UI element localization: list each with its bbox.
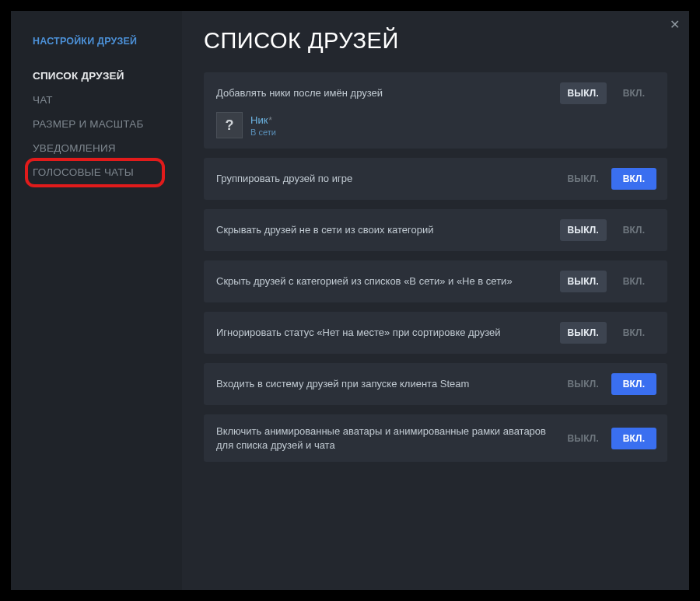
- setting-label: Входить в систему друзей при запуске кли…: [216, 377, 560, 391]
- setting-top-line: Добавлять ники после имён друзей ВЫКЛ. В…: [216, 82, 656, 104]
- nick-star: *: [268, 115, 272, 126]
- close-icon[interactable]: ✕: [670, 19, 680, 31]
- toggle-off-button[interactable]: ВЫКЛ.: [560, 219, 607, 241]
- sidebar: НАСТРОЙКИ ДРУЗЕЙ СПИСОК ДРУЗЕЙ ЧАТ РАЗМЕ…: [11, 11, 182, 590]
- toggle-off-button[interactable]: ВЫКЛ.: [560, 373, 607, 395]
- page-title: СПИСОК ДРУЗЕЙ: [204, 28, 667, 54]
- sidebar-item-voice-chats[interactable]: ГОЛОСОВЫЕ ЧАТЫ: [11, 160, 182, 184]
- setting-row-nicknames: Добавлять ники после имён друзей ВЫКЛ. В…: [204, 72, 667, 149]
- nick-name: Ник: [250, 114, 268, 126]
- setting-label: Группировать друзей по игре: [216, 172, 560, 186]
- setting-row-ignore-away: Игнорировать статус «Нет на месте» при с…: [204, 312, 667, 354]
- toggle-off-button[interactable]: ВЫКЛ.: [560, 82, 607, 104]
- toggle-off-button[interactable]: ВЫКЛ.: [560, 428, 607, 449]
- toggle-on-button[interactable]: ВКЛ.: [611, 373, 656, 395]
- sidebar-item-label: ЧАТ: [33, 94, 53, 106]
- toggle-on-button[interactable]: ВКЛ.: [611, 219, 656, 241]
- sidebar-header: НАСТРОЙКИ ДРУЗЕЙ: [11, 36, 182, 64]
- settings-window: ✕ НАСТРОЙКИ ДРУЗЕЙ СПИСОК ДРУЗЕЙ ЧАТ РАЗ…: [11, 11, 689, 590]
- setting-row-hide-categorized: Скрыть друзей с категорией из списков «В…: [204, 260, 667, 302]
- toggle-on-button[interactable]: ВКЛ.: [611, 428, 656, 449]
- setting-row-group-by-game: Группировать друзей по игре ВЫКЛ. ВКЛ.: [204, 158, 667, 200]
- sidebar-item-label: УВЕДОМЛЕНИЯ: [33, 142, 116, 154]
- sidebar-item-label: СПИСОК ДРУЗЕЙ: [33, 70, 124, 82]
- toggle-on-button[interactable]: ВКЛ.: [611, 168, 656, 190]
- toggle-group: ВЫКЛ. ВКЛ.: [560, 271, 657, 292]
- sidebar-item-chat[interactable]: ЧАТ: [11, 88, 182, 112]
- toggle-group: ВЫКЛ. ВКЛ.: [560, 428, 657, 449]
- toggle-off-button[interactable]: ВЫКЛ.: [560, 271, 607, 292]
- sidebar-item-friends-list[interactable]: СПИСОК ДРУЗЕЙ: [11, 64, 182, 88]
- toggle-group: ВЫКЛ. ВКЛ.: [560, 322, 657, 344]
- setting-row-animated-avatars: Включить анимированные аватары и анимиро…: [204, 414, 667, 462]
- sidebar-item-size-scale[interactable]: РАЗМЕР И МАСШТАБ: [11, 112, 182, 136]
- nickname-preview: ? Ник* В сети: [216, 112, 276, 138]
- toggle-group: ВЫКЛ. ВКЛ.: [560, 219, 657, 241]
- setting-label: Добавлять ники после имён друзей: [216, 86, 560, 100]
- toggle-on-button[interactable]: ВКЛ.: [611, 271, 656, 292]
- sidebar-item-notifications[interactable]: УВЕДОМЛЕНИЯ: [11, 136, 182, 160]
- setting-label: Включить анимированные аватары и анимиро…: [216, 425, 560, 452]
- toggle-on-button[interactable]: ВКЛ.: [611, 322, 656, 344]
- avatar-placeholder-icon: ?: [216, 112, 243, 138]
- nick-name-line: Ник*: [250, 113, 276, 127]
- toggle-group: ВЫКЛ. ВКЛ.: [560, 373, 657, 395]
- sidebar-item-label: РАЗМЕР И МАСШТАБ: [33, 118, 144, 130]
- toggle-group: ВЫКЛ. ВКЛ.: [560, 82, 657, 104]
- toggle-off-button[interactable]: ВЫКЛ.: [560, 322, 607, 344]
- toggle-off-button[interactable]: ВЫКЛ.: [560, 168, 607, 190]
- content-pane: СПИСОК ДРУЗЕЙ Добавлять ники после имён …: [182, 11, 689, 590]
- setting-label: Игнорировать статус «Нет на месте» при с…: [216, 326, 560, 340]
- nick-status: В сети: [250, 128, 276, 138]
- setting-row-sign-in-on-launch: Входить в систему друзей при запуске кли…: [204, 363, 667, 405]
- nick-info: Ник* В сети: [250, 113, 276, 137]
- setting-label: Скрывать друзей не в сети из своих катег…: [216, 223, 560, 237]
- setting-label: Скрыть друзей с категорией из списков «В…: [216, 274, 560, 288]
- sidebar-item-label: ГОЛОСОВЫЕ ЧАТЫ: [33, 166, 134, 178]
- setting-row-hide-offline: Скрывать друзей не в сети из своих катег…: [204, 209, 667, 251]
- toggle-group: ВЫКЛ. ВКЛ.: [560, 168, 657, 190]
- toggle-on-button[interactable]: ВКЛ.: [611, 82, 656, 104]
